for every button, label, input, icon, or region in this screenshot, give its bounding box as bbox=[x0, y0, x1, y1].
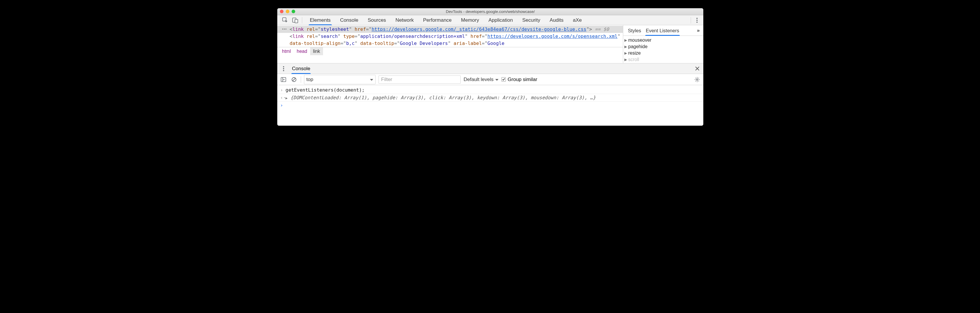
svg-point-6 bbox=[282, 29, 283, 29]
dom-node-code: <link rel="stylesheet" href="https://dev… bbox=[290, 26, 621, 33]
console-prompt-row[interactable]: › bbox=[277, 101, 703, 109]
elements-panel: <link rel="stylesheet" href="https://dev… bbox=[277, 25, 623, 63]
console-output-text: {DOMContentLoaded: Array(1), pagehide: A… bbox=[291, 95, 596, 101]
console-settings-gear-icon[interactable] bbox=[693, 76, 701, 83]
main-tab-bar: ElementsConsoleSourcesNetworkPerformance… bbox=[277, 15, 703, 25]
svg-line-21 bbox=[695, 78, 696, 78]
expand-triangle-icon[interactable]: ▶ bbox=[624, 51, 627, 55]
console-input-echo: › getEventListeners(document); bbox=[277, 86, 703, 94]
tab-axe[interactable]: aXe bbox=[568, 15, 587, 25]
svg-point-5 bbox=[696, 21, 697, 22]
svg-point-3 bbox=[696, 18, 697, 19]
event-listener-resize[interactable]: ▶resize bbox=[624, 50, 702, 56]
svg-line-24 bbox=[698, 78, 699, 78]
svg-point-7 bbox=[284, 29, 285, 29]
expand-triangle-icon[interactable]: ▶ bbox=[624, 57, 627, 62]
svg-point-8 bbox=[285, 29, 286, 29]
svg-line-22 bbox=[698, 81, 699, 81]
device-toolbar-icon[interactable] bbox=[290, 15, 300, 25]
dom-tree[interactable]: <link rel="stylesheet" href="https://dev… bbox=[277, 25, 623, 47]
styles-sidebar: StylesEvent Listeners » ▶mouseover▶pageh… bbox=[623, 25, 703, 63]
dom-node-actions-icon[interactable] bbox=[280, 26, 288, 32]
breadcrumb-head[interactable]: head bbox=[294, 47, 310, 55]
group-similar-checkbox[interactable] bbox=[501, 77, 506, 81]
expand-triangle-icon[interactable]: ▶ bbox=[624, 45, 627, 49]
zoom-window-button[interactable] bbox=[292, 10, 295, 13]
chevron-down-icon bbox=[495, 77, 498, 83]
console-sidebar-toggle-icon[interactable] bbox=[280, 76, 287, 83]
breadcrumb: htmlheadlink bbox=[277, 47, 623, 55]
console-toolbar: top Filter Default levels Group bbox=[277, 74, 703, 85]
svg-point-10 bbox=[283, 68, 284, 69]
close-window-button[interactable] bbox=[280, 10, 283, 13]
close-drawer-icon[interactable] bbox=[693, 65, 701, 72]
tab-elements[interactable]: Elements bbox=[305, 15, 336, 25]
output-marker-icon: ‹· bbox=[280, 95, 285, 101]
log-levels-label: Default levels bbox=[464, 77, 493, 83]
tab-performance[interactable]: Performance bbox=[418, 15, 456, 25]
input-marker-icon: › bbox=[280, 87, 285, 93]
event-listener-label: pagehide bbox=[628, 44, 648, 50]
tab-console[interactable]: Console bbox=[336, 15, 363, 25]
tab-sources[interactable]: Sources bbox=[363, 15, 391, 25]
breadcrumb-link[interactable]: link bbox=[310, 47, 323, 55]
console-log-area[interactable]: › getEventListeners(document); ‹· ▶ {DOM… bbox=[277, 85, 703, 126]
tab-network[interactable]: Network bbox=[391, 15, 418, 25]
sidebar-tab-event-listeners[interactable]: Event Listeners bbox=[643, 25, 682, 36]
console-filter-input[interactable]: Filter bbox=[379, 75, 461, 84]
svg-line-23 bbox=[695, 81, 696, 81]
chevron-down-icon bbox=[370, 77, 373, 83]
expand-triangle-icon[interactable]: ▶ bbox=[624, 38, 627, 42]
expand-triangle-icon[interactable]: ▶ bbox=[285, 96, 288, 100]
filter-placeholder: Filter bbox=[381, 77, 392, 83]
console-drawer-tab[interactable]: Console bbox=[290, 64, 312, 74]
group-similar-toggle[interactable]: Group similar bbox=[501, 77, 537, 83]
svg-point-16 bbox=[696, 79, 698, 80]
tab-application[interactable]: Application bbox=[484, 15, 517, 25]
sidebar-more-tabs-icon[interactable]: » bbox=[695, 27, 702, 34]
event-listener-pagehide[interactable]: ▶pagehide bbox=[624, 43, 702, 50]
drawer-menu-kebab-icon[interactable] bbox=[280, 66, 287, 71]
titlebar: DevTools - developers.google.com/web/sho… bbox=[277, 8, 703, 15]
devtools-window: DevTools - developers.google.com/web/sho… bbox=[277, 8, 703, 126]
event-listener-mouseover[interactable]: ▶mouseover bbox=[624, 37, 702, 43]
tab-memory[interactable]: Memory bbox=[456, 15, 484, 25]
svg-point-9 bbox=[283, 66, 284, 67]
window-controls bbox=[280, 10, 295, 13]
svg-point-4 bbox=[696, 20, 697, 21]
dom-node-code: <link rel="search" type="application/ope… bbox=[290, 33, 621, 47]
dom-node[interactable]: <link rel="search" type="application/ope… bbox=[277, 33, 623, 47]
minimize-window-button[interactable] bbox=[286, 10, 289, 13]
console-drawer-header: Console bbox=[277, 64, 703, 74]
event-listener-label: scroll bbox=[628, 57, 639, 62]
main-menu-kebab-icon[interactable] bbox=[693, 16, 701, 24]
event-listeners-list: ▶mouseover▶pagehide▶resize▶scroll bbox=[623, 36, 703, 63]
breadcrumb-html[interactable]: html bbox=[279, 47, 294, 55]
sidebar-tab-styles[interactable]: Styles bbox=[625, 25, 643, 36]
svg-point-11 bbox=[283, 70, 284, 71]
dom-node-selected[interactable]: <link rel="stylesheet" href="https://dev… bbox=[277, 26, 623, 33]
prompt-marker-icon: › bbox=[280, 102, 285, 108]
inspect-element-icon[interactable] bbox=[280, 15, 290, 25]
event-listener-label: mouseover bbox=[628, 38, 651, 43]
log-levels-selector[interactable]: Default levels bbox=[464, 77, 498, 83]
console-input-text: getEventListeners(document); bbox=[285, 87, 700, 93]
sidebar-tabs: StylesEvent Listeners » bbox=[623, 25, 703, 36]
svg-line-15 bbox=[293, 78, 296, 81]
execution-context-value: top bbox=[306, 77, 313, 83]
svg-rect-2 bbox=[295, 19, 298, 23]
group-similar-label: Group similar bbox=[508, 77, 537, 83]
event-listener-scroll[interactable]: ▶scroll bbox=[624, 56, 702, 63]
clear-console-icon[interactable] bbox=[290, 76, 298, 83]
tab-security[interactable]: Security bbox=[517, 15, 545, 25]
execution-context-selector[interactable]: top bbox=[304, 75, 375, 84]
console-output-row[interactable]: ‹· ▶ {DOMContentLoaded: Array(1), pagehi… bbox=[277, 94, 703, 101]
window-title: DevTools - developers.google.com/web/sho… bbox=[277, 10, 703, 14]
event-listener-label: resize bbox=[628, 51, 641, 56]
tab-audits[interactable]: Audits bbox=[545, 15, 568, 25]
